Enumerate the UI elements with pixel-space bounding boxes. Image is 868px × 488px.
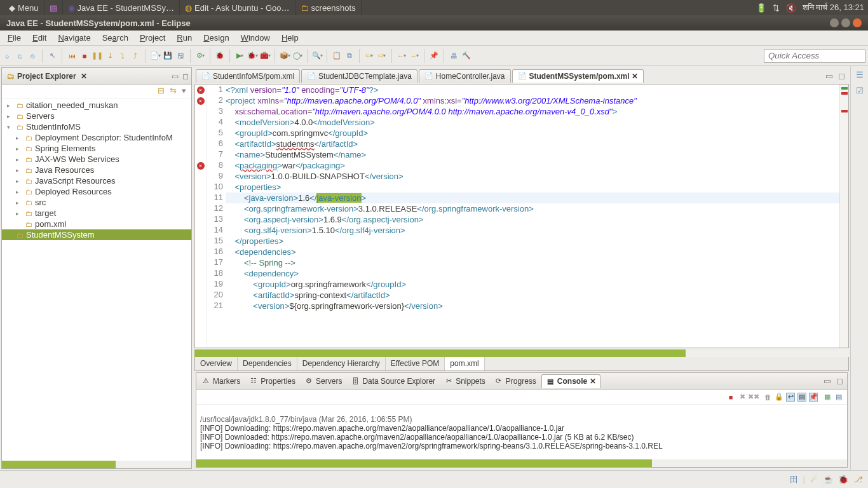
maximize-button[interactable] [841,18,850,27]
tree-node[interactable]: 🗀StudentMSSystem [2,229,191,240]
collapse-all-icon[interactable]: ⊟ [158,86,165,97]
tb-server[interactable]: ⚙ [196,51,205,60]
remove-launch-icon[interactable]: ✖ [738,393,747,402]
bottom-tab[interactable]: ▤Console ✕ [541,374,600,388]
code-area[interactable]: <?xml version="1.0" encoding="UTF-8"?><p… [226,85,839,348]
tb-open-task[interactable]: 📋 [332,51,341,60]
show-console-icon[interactable]: ▤ [797,393,806,402]
editor-tab[interactable]: 📄StudentJDBCTemplate.java [301,69,417,83]
task-eclipse[interactable]: ◉Java EE - StudentMSSy… [63,0,180,15]
tree-node[interactable]: ▸🗀Deployed Resources [2,186,191,197]
pom-tab[interactable]: Overview [195,357,238,370]
tree-node[interactable]: ▾🗀StudentInfoMS [2,121,191,132]
tree-node[interactable]: ▸🗀Spring Elements [2,143,191,154]
task-files[interactable]: 🗀screenshots [295,0,362,15]
task-chrome[interactable]: ◍Edit - Ask Ubuntu - Goo… [180,0,295,15]
network-icon[interactable]: ⇅ [773,3,780,13]
tb-print[interactable]: 🖶 [449,51,458,60]
perspective-javaee-icon[interactable]: 田 [790,474,798,485]
tree-node[interactable]: ▸🗀JavaScript Resources [2,175,191,186]
clear-console-icon[interactable]: 🗑 [763,393,772,402]
pom-tab[interactable]: Effective POM [386,357,445,370]
link-editor-icon[interactable]: ⇆ [170,86,177,97]
console-output[interactable]: /usr/local/java/jdk1.8.0_77/bin/java (Ma… [196,405,847,458]
tb-new[interactable]: 📄 [151,51,159,60]
bottom-tab[interactable]: ⟳Progress [491,375,540,388]
menu-help[interactable]: Help [276,32,304,44]
tb-next-annotation[interactable]: ⇨ [377,51,386,60]
tb-prev-annotation[interactable]: ⇦ [365,51,374,60]
tb-arrow[interactable]: ↖ [48,51,57,60]
open-console-icon[interactable]: ▤ [834,393,843,402]
menu-run[interactable]: Run [172,32,197,44]
scroll-lock-icon[interactable]: 🔒 [775,393,783,402]
sound-icon[interactable]: 🔇 [786,3,796,13]
bottom-tab[interactable]: 🗄Data Source Explorer [347,375,439,388]
tb-ext-tools[interactable]: 🧰 [261,51,269,60]
quick-access-input[interactable] [764,49,865,63]
tree-node[interactable]: ▸🗀Servers [2,111,191,121]
bottom-maximize-icon[interactable]: ◻ [836,376,843,386]
bottom-tab[interactable]: ⚠Markers [198,375,244,388]
outline-icon[interactable]: ☰ [856,70,864,79]
os-menu[interactable]: ◆Menu [4,0,44,15]
editor-maximize-icon[interactable]: ◻ [838,71,845,81]
project-explorer-tab[interactable]: 🗂 Project Explorer ✕ [4,71,90,82]
display-selected-icon[interactable]: ▦ [823,393,832,402]
project-tree[interactable]: ▸🗀citation_needed_muskan▸🗀Servers▾🗀Stude… [2,98,191,459]
menu-file[interactable]: File [3,32,26,44]
editor-hscroll[interactable] [194,349,849,357]
task-app-1[interactable]: ▧ [44,0,63,15]
perspective-debug-icon[interactable]: 🐞 [838,475,848,484]
tb-debug[interactable]: 🐞 [248,51,257,60]
tb-search[interactable]: 🔍 [313,51,322,60]
tb-align-left[interactable]: ⎐ [3,51,11,60]
tb-back[interactable]: ← [397,51,406,60]
tb-step-out[interactable]: ⤴ [131,51,140,60]
remove-all-icon[interactable]: ✖✖ [749,393,758,402]
pom-tab[interactable]: Dependencies [238,357,297,370]
tree-node[interactable]: ▸🗀src [2,197,191,208]
bottom-tab[interactable]: ✂Snippets [440,375,489,388]
tb-save[interactable]: 💾 [163,51,172,60]
view-menu-icon[interactable]: ▾ [182,86,186,97]
pin-console-icon[interactable]: 📌 [809,393,818,402]
perspective-java-icon[interactable]: ☕ [823,475,833,484]
explorer-hscroll[interactable] [2,461,191,468]
task-list-icon[interactable]: ☑ [856,86,864,95]
window-title-bar[interactable]: Java EE - StudentMSSystem/pom.xml - Ecli… [0,15,868,30]
view-minimize-icon[interactable]: ▭ [172,72,179,81]
tb-new-type[interactable]: ◯ [293,51,302,60]
menu-edit[interactable]: Edit [27,32,51,44]
tree-node[interactable]: ▸🗀citation_needed_muskan [2,100,191,111]
menu-navigate[interactable]: Navigate [53,32,95,44]
clock[interactable]: शनि मार्च 26, 13:21 [803,3,864,13]
close-button[interactable] [853,18,862,27]
tb-new-package[interactable]: 📦 [280,51,289,60]
menu-search[interactable]: Search [97,32,133,44]
bottom-minimize-icon[interactable]: ▭ [824,376,831,386]
tree-node[interactable]: ▸🗀Deployment Descriptor: StudentInfoM [2,132,191,143]
tb-run[interactable]: ▶ [235,51,244,60]
console-hscroll[interactable] [196,459,847,467]
pom-tab[interactable]: Dependency Hierarchy [297,357,386,370]
menu-design[interactable]: Design [198,32,234,44]
xml-editor[interactable]: ××× 123456789101112131415161718192021 <?… [194,84,849,348]
editor-tab[interactable]: 📄StudentInfoMS/pom.xml [196,69,300,83]
bottom-tab[interactable]: ☷Properties [245,375,299,388]
menu-project[interactable]: Project [135,32,170,44]
bottom-tab[interactable]: ⚙Servers [301,375,346,388]
editor-tab[interactable]: 📄StudentMSSystem/pom.xml ✕ [512,69,644,83]
tree-node[interactable]: ▸🗀Java Resources [2,165,191,175]
view-maximize-icon[interactable]: ◻ [182,72,189,81]
tb-align-center[interactable]: ⎌ [15,51,24,60]
pom-tab[interactable]: pom.xml [445,357,484,370]
tb-debug-last[interactable]: 🐞 [215,51,224,60]
tb-build[interactable]: 🔨 [462,51,471,60]
tb-step[interactable]: ⤓ [105,51,114,60]
open-perspective-icon[interactable]: ☄ [810,475,818,484]
word-wrap-icon[interactable]: ↩ [786,393,795,402]
editor-minimize-icon[interactable]: ▭ [825,71,833,81]
tb-pause[interactable]: ❚❚ [93,51,102,60]
tb-pin[interactable]: 📌 [430,51,438,60]
